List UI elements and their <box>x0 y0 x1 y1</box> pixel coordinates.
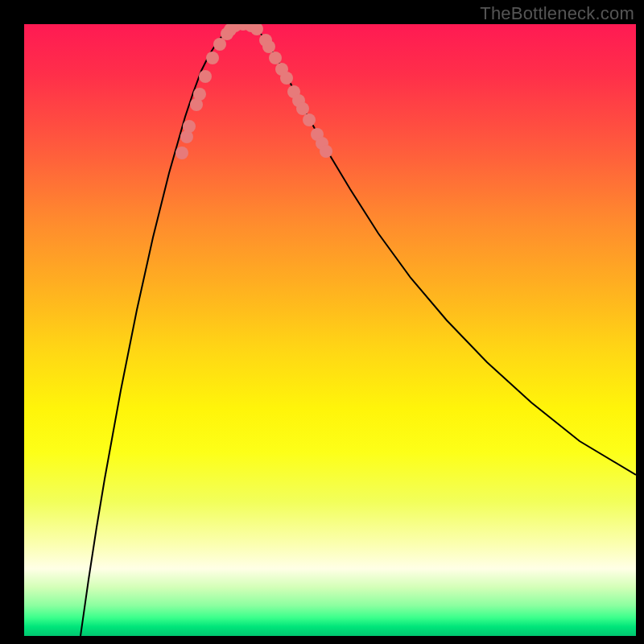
curve-dot <box>262 40 275 53</box>
curve-dot <box>303 114 316 126</box>
curve-svg <box>24 24 636 636</box>
curve-dot <box>320 145 332 158</box>
curve-dot <box>280 72 293 85</box>
curve-dot <box>193 88 206 101</box>
watermark-text: TheBottleneck.com <box>480 3 634 24</box>
curve-dot <box>269 52 282 64</box>
curve-dots-group <box>175 24 332 159</box>
curve-dot <box>183 120 196 133</box>
curve-dot <box>213 38 226 51</box>
chart-frame: TheBottleneck.com <box>0 0 644 644</box>
curve-dot <box>175 147 188 159</box>
curve-dot <box>296 102 309 115</box>
plot-area <box>24 24 636 636</box>
curve-dot <box>206 52 219 64</box>
curve-dot <box>199 70 212 83</box>
bottleneck-curve <box>80 24 636 636</box>
